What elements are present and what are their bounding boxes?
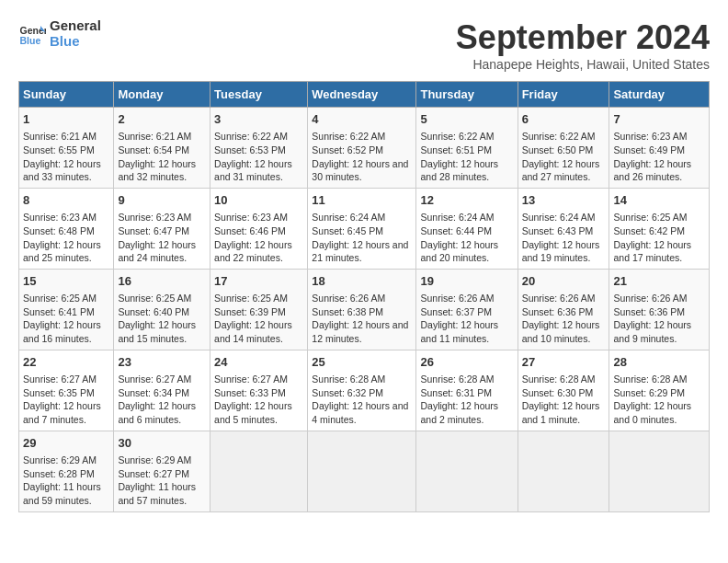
day-info: Sunrise: 6:29 AMSunset: 6:28 PMDaylight:…	[23, 454, 109, 508]
calendar-week-2: 8Sunrise: 6:23 AMSunset: 6:48 PMDaylight…	[19, 188, 710, 269]
day-number: 18	[312, 273, 412, 290]
calendar-cell: 17Sunrise: 6:25 AMSunset: 6:39 PMDayligh…	[210, 269, 308, 350]
day-info: Sunrise: 6:21 AMSunset: 6:54 PMDaylight:…	[118, 130, 206, 184]
col-header-sunday: Sunday	[19, 82, 114, 108]
day-info: Sunrise: 6:28 AMSunset: 6:32 PMDaylight:…	[312, 373, 412, 427]
calendar-cell: 23Sunrise: 6:27 AMSunset: 6:34 PMDayligh…	[114, 350, 210, 431]
col-header-saturday: Saturday	[609, 82, 710, 108]
day-info: Sunrise: 6:25 AMSunset: 6:41 PMDaylight:…	[23, 292, 109, 346]
day-number: 28	[613, 354, 705, 371]
logo-line1: General	[50, 18, 101, 34]
col-header-tuesday: Tuesday	[210, 82, 308, 108]
calendar-cell: 15Sunrise: 6:25 AMSunset: 6:41 PMDayligh…	[19, 269, 114, 350]
main-title: September 2024	[456, 18, 710, 57]
day-number: 16	[118, 273, 206, 290]
day-number: 6	[522, 111, 606, 128]
day-info: Sunrise: 6:23 AMSunset: 6:49 PMDaylight:…	[613, 130, 705, 184]
day-number: 19	[420, 273, 513, 290]
calendar-cell: 25Sunrise: 6:28 AMSunset: 6:32 PMDayligh…	[308, 350, 416, 431]
day-info: Sunrise: 6:26 AMSunset: 6:38 PMDaylight:…	[312, 292, 412, 346]
day-number: 26	[420, 354, 513, 371]
col-header-friday: Friday	[518, 82, 609, 108]
day-info: Sunrise: 6:29 AMSunset: 6:27 PMDaylight:…	[118, 454, 206, 508]
day-number: 7	[613, 111, 705, 128]
calendar-cell	[210, 431, 308, 511]
day-info: Sunrise: 6:23 AMSunset: 6:48 PMDaylight:…	[23, 211, 109, 265]
day-info: Sunrise: 6:25 AMSunset: 6:42 PMDaylight:…	[613, 211, 705, 265]
day-number: 22	[23, 354, 109, 371]
day-number: 1	[23, 111, 109, 128]
calendar-cell: 19Sunrise: 6:26 AMSunset: 6:37 PMDayligh…	[416, 269, 518, 350]
calendar-cell	[308, 431, 416, 511]
day-number: 15	[23, 273, 109, 290]
day-info: Sunrise: 6:22 AMSunset: 6:52 PMDaylight:…	[312, 130, 412, 184]
day-number: 10	[214, 192, 303, 209]
calendar-cell: 6Sunrise: 6:22 AMSunset: 6:50 PMDaylight…	[518, 108, 609, 189]
col-header-thursday: Thursday	[416, 82, 518, 108]
calendar-cell: 11Sunrise: 6:24 AMSunset: 6:45 PMDayligh…	[308, 188, 416, 269]
day-info: Sunrise: 6:24 AMSunset: 6:45 PMDaylight:…	[312, 211, 412, 265]
col-header-monday: Monday	[114, 82, 210, 108]
day-info: Sunrise: 6:27 AMSunset: 6:33 PMDaylight:…	[214, 373, 303, 427]
day-number: 9	[118, 192, 206, 209]
day-info: Sunrise: 6:21 AMSunset: 6:55 PMDaylight:…	[23, 130, 109, 184]
day-number: 29	[23, 435, 109, 452]
day-info: Sunrise: 6:27 AMSunset: 6:35 PMDaylight:…	[23, 373, 109, 427]
calendar-cell: 24Sunrise: 6:27 AMSunset: 6:33 PMDayligh…	[210, 350, 308, 431]
day-info: Sunrise: 6:27 AMSunset: 6:34 PMDaylight:…	[118, 373, 206, 427]
day-number: 20	[522, 273, 606, 290]
calendar-cell: 2Sunrise: 6:21 AMSunset: 6:54 PMDaylight…	[114, 108, 210, 189]
calendar-cell: 12Sunrise: 6:24 AMSunset: 6:44 PMDayligh…	[416, 188, 518, 269]
day-number: 5	[420, 111, 513, 128]
calendar-week-4: 22Sunrise: 6:27 AMSunset: 6:35 PMDayligh…	[19, 350, 710, 431]
day-number: 14	[613, 192, 705, 209]
svg-text:Blue: Blue	[20, 34, 41, 45]
logo: General Blue General Blue	[18, 18, 101, 49]
calendar-table: SundayMondayTuesdayWednesdayThursdayFrid…	[18, 81, 710, 512]
day-info: Sunrise: 6:23 AMSunset: 6:46 PMDaylight:…	[214, 211, 303, 265]
calendar-cell: 7Sunrise: 6:23 AMSunset: 6:49 PMDaylight…	[609, 108, 710, 189]
day-number: 23	[118, 354, 206, 371]
day-info: Sunrise: 6:26 AMSunset: 6:37 PMDaylight:…	[420, 292, 513, 346]
col-header-wednesday: Wednesday	[308, 82, 416, 108]
day-info: Sunrise: 6:24 AMSunset: 6:43 PMDaylight:…	[522, 211, 606, 265]
calendar-cell: 20Sunrise: 6:26 AMSunset: 6:36 PMDayligh…	[518, 269, 609, 350]
calendar-cell: 21Sunrise: 6:26 AMSunset: 6:36 PMDayligh…	[609, 269, 710, 350]
calendar-cell: 9Sunrise: 6:23 AMSunset: 6:47 PMDaylight…	[114, 188, 210, 269]
day-number: 2	[118, 111, 206, 128]
calendar-cell: 18Sunrise: 6:26 AMSunset: 6:38 PMDayligh…	[308, 269, 416, 350]
day-number: 13	[522, 192, 606, 209]
day-info: Sunrise: 6:26 AMSunset: 6:36 PMDaylight:…	[613, 292, 705, 346]
calendar-cell	[609, 431, 710, 511]
day-number: 17	[214, 273, 303, 290]
calendar-cell: 30Sunrise: 6:29 AMSunset: 6:27 PMDayligh…	[114, 431, 210, 511]
calendar-week-5: 29Sunrise: 6:29 AMSunset: 6:28 PMDayligh…	[19, 431, 710, 511]
calendar-cell: 5Sunrise: 6:22 AMSunset: 6:51 PMDaylight…	[416, 108, 518, 189]
day-number: 3	[214, 111, 303, 128]
calendar-cell: 22Sunrise: 6:27 AMSunset: 6:35 PMDayligh…	[19, 350, 114, 431]
calendar-cell: 28Sunrise: 6:28 AMSunset: 6:29 PMDayligh…	[609, 350, 710, 431]
day-info: Sunrise: 6:22 AMSunset: 6:53 PMDaylight:…	[214, 130, 303, 184]
day-info: Sunrise: 6:22 AMSunset: 6:50 PMDaylight:…	[522, 130, 606, 184]
day-number: 30	[118, 435, 206, 452]
day-info: Sunrise: 6:25 AMSunset: 6:39 PMDaylight:…	[214, 292, 303, 346]
calendar-cell: 14Sunrise: 6:25 AMSunset: 6:42 PMDayligh…	[609, 188, 710, 269]
day-number: 25	[312, 354, 412, 371]
calendar-cell	[416, 431, 518, 511]
calendar-cell: 10Sunrise: 6:23 AMSunset: 6:46 PMDayligh…	[210, 188, 308, 269]
day-number: 21	[613, 273, 705, 290]
day-number: 8	[23, 192, 109, 209]
calendar-cell	[518, 431, 609, 511]
day-number: 12	[420, 192, 513, 209]
day-info: Sunrise: 6:25 AMSunset: 6:40 PMDaylight:…	[118, 292, 206, 346]
logo-icon: General Blue	[18, 20, 46, 48]
calendar-cell: 27Sunrise: 6:28 AMSunset: 6:30 PMDayligh…	[518, 350, 609, 431]
calendar-cell: 4Sunrise: 6:22 AMSunset: 6:52 PMDaylight…	[308, 108, 416, 189]
header-row: SundayMondayTuesdayWednesdayThursdayFrid…	[19, 82, 710, 108]
calendar-week-1: 1Sunrise: 6:21 AMSunset: 6:55 PMDaylight…	[19, 108, 710, 189]
day-info: Sunrise: 6:23 AMSunset: 6:47 PMDaylight:…	[118, 211, 206, 265]
day-info: Sunrise: 6:24 AMSunset: 6:44 PMDaylight:…	[420, 211, 513, 265]
calendar-cell: 29Sunrise: 6:29 AMSunset: 6:28 PMDayligh…	[19, 431, 114, 511]
calendar-week-3: 15Sunrise: 6:25 AMSunset: 6:41 PMDayligh…	[19, 269, 710, 350]
title-area: September 2024 Hanapepe Heights, Hawaii,…	[456, 18, 710, 72]
